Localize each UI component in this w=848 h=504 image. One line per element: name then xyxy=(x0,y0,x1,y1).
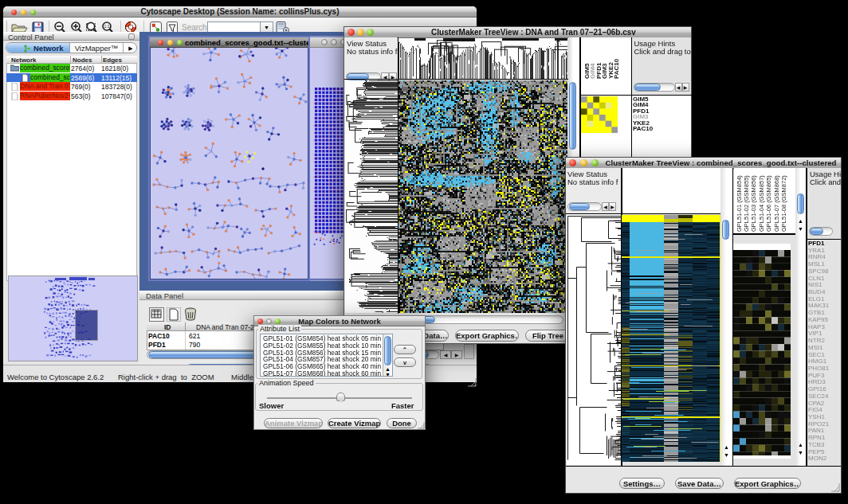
svg-text:1:1: 1:1 xyxy=(104,24,110,29)
